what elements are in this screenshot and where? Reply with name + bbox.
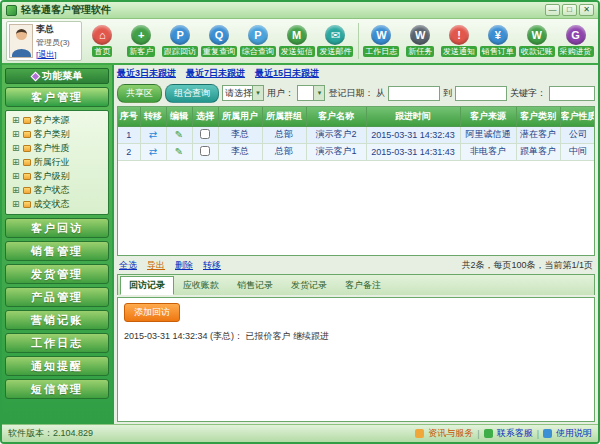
date-to-input[interactable] (455, 86, 507, 101)
tree-item-customer-status[interactable]: ⊞ 客户状态 (12, 184, 106, 197)
user-select[interactable]: ▾ (297, 85, 325, 101)
combo-query-button[interactable]: 组合查询 (165, 84, 219, 103)
menu-diamond-icon (31, 71, 41, 81)
edit-icon[interactable]: ✎ (175, 129, 183, 140)
add-visit-button[interactable]: 添加回访 (124, 303, 180, 322)
contact-support-link[interactable]: 联系客服 (497, 427, 533, 440)
news-service-link[interactable]: 资讯与服务 (428, 427, 473, 440)
tree-item-label: 客户来源 (34, 114, 70, 127)
sidebar-item-customer-mgmt[interactable]: 客户管理 (5, 87, 109, 107)
toolbar-button-send-sms[interactable]: M 发送短信 (278, 25, 315, 57)
sidebar-item-sales-mgmt[interactable]: 销售管理 (5, 241, 109, 261)
sidebar-item-notify-remind[interactable]: 通知提醒 (5, 356, 109, 376)
tree-item-industry[interactable]: ⊞ 所属行业 (12, 156, 106, 169)
delete-link[interactable]: 删除 (175, 259, 193, 272)
col-select: 选择 (192, 107, 218, 126)
chevron-down-icon: ▾ (313, 86, 324, 100)
toolbar-button-sales-order[interactable]: ¥ 销售订单 (479, 25, 516, 57)
row-checkbox[interactable] (200, 129, 210, 139)
select-all-link[interactable]: 全选 (119, 259, 137, 272)
toolbar-button-duplicate-query[interactable]: Q 重复查询 (201, 25, 238, 57)
tree-expand-icon[interactable]: ⊞ (12, 128, 20, 141)
link-15days-nofollow[interactable]: 最近15日未跟进 (255, 67, 319, 80)
tree-expand-icon[interactable]: ⊞ (12, 114, 20, 127)
toolbar-button-new-customer[interactable]: + 新客户 (123, 25, 160, 57)
tab-visit-records[interactable]: 回访记录 (120, 276, 174, 295)
minimize-button[interactable]: — (545, 4, 560, 16)
window-controls: — □ ✕ (545, 4, 594, 16)
close-button[interactable]: ✕ (579, 4, 594, 16)
toolbar-label-send-email: 发送邮件 (317, 46, 353, 57)
link-3days-nofollow[interactable]: 最近3日未跟进 (117, 67, 176, 80)
toolbar-label-new-customer: 新客户 (127, 46, 155, 57)
toolbar-button-comprehensive-query[interactable]: P 综合查询 (239, 25, 276, 57)
toolbar-label-duplicate-query: 重复查询 (201, 46, 237, 57)
tree-item-deal-status[interactable]: ⊞ 成交状态 (12, 198, 106, 211)
tree-expand-icon[interactable]: ⊞ (12, 142, 20, 155)
comprehensive-query-icon: P (248, 25, 268, 45)
link-7days-nofollow[interactable]: 最近7日未跟进 (186, 67, 245, 80)
logout-link[interactable]: [退出] (36, 49, 70, 60)
support-icon (484, 429, 493, 438)
toolbar-button-new-task[interactable]: W 新任务 (402, 25, 439, 57)
sidebar-item-delivery-mgmt[interactable]: 发货管理 (5, 264, 109, 284)
toolbar-button-follow-up[interactable]: P 跟踪回访 (162, 25, 199, 57)
row-source: 阿里诚信通 (460, 126, 516, 143)
toolbar-button-payment-record[interactable]: W 收款记账 (518, 25, 555, 57)
tree-expand-icon[interactable]: ⊞ (12, 156, 20, 169)
date-from-label: 登记日期： 从 (328, 87, 385, 100)
col-group: 所属群组 (262, 107, 306, 126)
pagination-info: 共2条，每页100条，当前第1/1页 (461, 259, 593, 272)
export-link[interactable]: 导出 (147, 259, 165, 272)
user-guide-link[interactable]: 使用说明 (556, 427, 592, 440)
toolbar-button-send-notice[interactable]: ! 发送通知 (441, 25, 478, 57)
row-customer-name[interactable]: 演示客户1 (306, 143, 366, 160)
tree-item-customer-source[interactable]: ⊞ 客户来源 (12, 114, 106, 127)
folder-icon (23, 117, 31, 124)
work-log-icon: W (371, 25, 391, 45)
transfer-icon[interactable]: ⇄ (149, 146, 157, 157)
transfer-icon[interactable]: ⇄ (149, 129, 157, 140)
toolbar-button-purchase[interactable]: G 采购进货 (557, 25, 594, 57)
tab-delivery-records[interactable]: 发货记录 (282, 276, 336, 295)
keyword-label: 关键字： (510, 87, 546, 100)
function-menu-header: 功能菜单 (5, 68, 109, 84)
row-checkbox[interactable] (200, 146, 210, 156)
tree-item-customer-nature[interactable]: ⊞ 客户性质 (12, 142, 106, 155)
sidebar-item-sms-mgmt[interactable]: 短信管理 (5, 379, 109, 399)
col-user: 所属用户 (218, 107, 262, 126)
tree-item-customer-level[interactable]: ⊞ 客户级别 (12, 170, 106, 183)
sidebar-item-marketing-account[interactable]: 营销记账 (5, 310, 109, 330)
sidebar-item-work-log[interactable]: 工作日志 (5, 333, 109, 353)
customer-table: 序号 转移 编辑 选择 所属用户 所属群组 客户名称 跟进时间 客户来源 客户类… (117, 106, 595, 256)
toolbar-label-work-log: 工作日志 (363, 46, 399, 57)
col-nature: 客户性质 (560, 107, 595, 126)
sidebar-item-customer-visit[interactable]: 客户回访 (5, 218, 109, 238)
toolbar-button-home[interactable]: ⌂ 首页 (84, 25, 121, 57)
toolbar-button-work-log[interactable]: W 工作日志 (363, 25, 400, 57)
table-row: 1 ⇄ ✎ 李总 总部 演示客户2 2015-03-31 14:32:43 阿里… (118, 126, 595, 143)
edit-icon[interactable]: ✎ (175, 146, 183, 157)
keyword-input[interactable] (549, 86, 595, 101)
tree-item-customer-category[interactable]: ⊞ 客户类别 (12, 128, 106, 141)
sidebar-item-product-mgmt[interactable]: 产品管理 (5, 287, 109, 307)
toolbar-label-home: 首页 (92, 46, 112, 57)
tree-expand-icon[interactable]: ⊞ (12, 198, 20, 211)
tree-expand-icon[interactable]: ⊞ (12, 170, 20, 183)
row-follow-time: 2015-03-31 14:31:43 (366, 143, 460, 160)
tab-receivables[interactable]: 应收账款 (174, 276, 228, 295)
separator: | (477, 429, 479, 439)
customer-mgmt-tree: ⊞ 客户来源 ⊞ 客户类别 ⊞ 客户性质 ⊞ 所属行业 (5, 110, 109, 215)
row-customer-name[interactable]: 演示客户2 (306, 126, 366, 143)
date-from-input[interactable] (388, 86, 440, 101)
tab-sales-records[interactable]: 销售记录 (228, 276, 282, 295)
table-header-row: 序号 转移 编辑 选择 所属用户 所属群组 客户名称 跟进时间 客户来源 客户类… (118, 107, 595, 126)
type-select[interactable]: 请选择 ▾ (222, 85, 264, 101)
toolbar-button-send-email[interactable]: ✉ 发送邮件 (317, 25, 354, 57)
shared-area-button[interactable]: 共享区 (117, 84, 162, 103)
statusbar-links: 资讯与服务 | 联系客服 | 使用说明 (415, 427, 592, 440)
maximize-button[interactable]: □ (562, 4, 577, 16)
transfer-link[interactable]: 转移 (203, 259, 221, 272)
tab-customer-notes[interactable]: 客户备注 (336, 276, 390, 295)
tree-expand-icon[interactable]: ⊞ (12, 184, 20, 197)
